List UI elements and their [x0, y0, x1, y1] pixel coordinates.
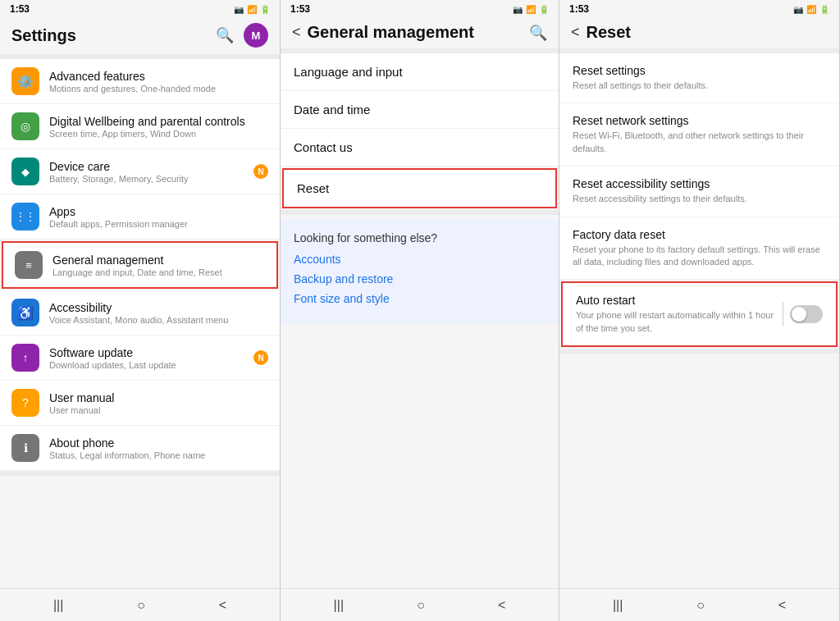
reset-back-button[interactable]: <: [571, 24, 580, 41]
nav-menu-icon-3[interactable]: |||: [613, 598, 623, 613]
nav-menu-icon-1[interactable]: |||: [53, 598, 63, 613]
settings-item-wellbeing[interactable]: ◎ Digital Wellbeing and parental control…: [0, 104, 280, 149]
reset-top-bar: < Reset: [559, 18, 839, 48]
status-bar-1: 1:53 📷 📶 🔋: [0, 0, 280, 18]
device-care-text: Device care Battery, Storage, Memory, Se…: [49, 160, 189, 184]
device-care-sub: Battery, Storage, Memory, Security: [49, 174, 189, 184]
wellbeing-text: Digital Wellbeing and parental controls …: [49, 115, 245, 139]
reset-item-network[interactable]: Reset network settings Reset Wi-Fi, Blue…: [559, 103, 839, 167]
status-icons-3: 📷 📶 🔋: [793, 5, 829, 14]
auto-restart-content: Auto restart Your phone will restart aut…: [576, 294, 776, 335]
reset-item-accessibility[interactable]: Reset accessibility settings Reset acces…: [559, 167, 839, 217]
general-mgmt-sub: Language and input, Date and time, Reset: [52, 267, 222, 277]
settings-title: Settings: [11, 26, 76, 45]
reset-title-row: < Reset: [571, 23, 631, 42]
camera-icon-3: 📷: [793, 5, 803, 14]
bottom-nav-3: ||| ○ <: [559, 588, 839, 621]
reset-item-settings[interactable]: Reset settings Reset all settings to the…: [559, 53, 839, 103]
reset-accessibility-title: Reset accessibility settings: [573, 177, 826, 190]
settings-item-general-mgmt[interactable]: ≡ General management Language and input,…: [2, 241, 278, 289]
nav-home-icon-1[interactable]: ○: [137, 598, 145, 613]
signal-icon-2: 📶: [526, 5, 536, 14]
settings-item-accessibility[interactable]: ♿ Accessibility Voice Assistant, Mono au…: [0, 290, 280, 336]
gm-item-contact-us[interactable]: Contact us: [281, 129, 559, 167]
gm-item-date-time[interactable]: Date and time: [281, 91, 559, 129]
auto-restart-toggle[interactable]: [790, 305, 823, 323]
device-care-badge: N: [253, 164, 268, 179]
settings-list: ⚙️ Advanced features Motions and gesture…: [0, 54, 280, 588]
wellbeing-icon: ◎: [11, 112, 39, 140]
accessibility-text: Accessibility Voice Assistant, Mono audi…: [49, 301, 228, 325]
gm-link-accounts[interactable]: Accounts: [294, 253, 546, 266]
status-icons-2: 📷 📶 🔋: [513, 5, 549, 14]
reset-settings-list: Reset settings Reset all settings to the…: [559, 48, 839, 588]
gm-looking-title: Looking for something else?: [294, 231, 546, 244]
divider-reset-bottom: [559, 349, 839, 354]
camera-icon: 📷: [234, 5, 244, 14]
panel-reset: 1:53 📷 📶 🔋 < Reset Reset settings Reset …: [559, 0, 840, 621]
about-phone-sub: Status, Legal information, Phone name: [49, 450, 205, 460]
general-mgmt-icon: ≡: [15, 251, 43, 279]
nav-back-icon-2[interactable]: <: [498, 598, 505, 613]
camera-icon-2: 📷: [513, 5, 523, 14]
nav-home-icon-2[interactable]: ○: [417, 598, 425, 613]
about-phone-icon: ℹ: [11, 434, 39, 462]
reset-network-sub: Reset Wi-Fi, Bluetooth, and other networ…: [573, 130, 826, 155]
avatar[interactable]: M: [244, 23, 268, 48]
gm-search-icon[interactable]: 🔍: [529, 24, 547, 42]
signal-icon: 📶: [247, 5, 257, 14]
software-update-title: Software update: [49, 346, 176, 359]
settings-top-bar: Settings 🔍 M: [0, 18, 280, 54]
settings-item-advanced[interactable]: ⚙️ Advanced features Motions and gesture…: [0, 59, 280, 104]
general-mgmt-title: General management: [52, 253, 222, 267]
settings-top-icons: 🔍 M: [216, 23, 268, 48]
reset-factory-sub: Reset your phone to its factory default …: [573, 244, 826, 269]
nav-menu-icon-2[interactable]: |||: [334, 598, 344, 613]
device-care-icon: ◆: [11, 158, 39, 185]
gm-looking-section: Looking for something else? Accounts Bac…: [281, 220, 559, 323]
reset-accessibility-sub: Reset accessibility settings to their de…: [573, 193, 826, 205]
user-manual-icon: ?: [11, 389, 39, 417]
auto-restart-title: Auto restart: [576, 294, 776, 307]
auto-restart-row: Auto restart Your phone will restart aut…: [576, 294, 823, 335]
settings-item-device-care[interactable]: ◆ Device care Battery, Storage, Memory, …: [0, 149, 280, 194]
nav-back-icon-3[interactable]: <: [778, 598, 786, 613]
settings-item-software-update[interactable]: ↑ Software update Download updates, Last…: [0, 336, 280, 381]
settings-item-apps[interactable]: ⋮⋮ Apps Default apps, Permission manager: [0, 194, 280, 240]
battery-icon-2: 🔋: [539, 5, 549, 14]
reset-item-auto-restart[interactable]: Auto restart Your phone will restart aut…: [561, 281, 838, 347]
panel-general-management: 1:53 📷 📶 🔋 < General management 🔍 Langua…: [281, 0, 559, 621]
user-manual-title: User manual: [49, 391, 114, 404]
apps-text: Apps Default apps, Permission manager: [49, 205, 188, 229]
bottom-nav-1: ||| ○ <: [0, 588, 280, 621]
wellbeing-sub: Screen time, App timers, Wind Down: [49, 129, 245, 139]
battery-icon-3: 🔋: [819, 5, 829, 14]
nav-back-icon-1[interactable]: <: [219, 598, 226, 613]
gm-item-reset[interactable]: Reset: [282, 168, 557, 208]
auto-restart-sub: Your phone will restart automatically wi…: [576, 309, 776, 335]
reset-network-title: Reset network settings: [573, 114, 826, 127]
nav-home-icon-3[interactable]: ○: [696, 598, 705, 613]
gm-link-backup[interactable]: Backup and restore: [294, 272, 546, 285]
time-1: 1:53: [10, 3, 30, 15]
gm-item-language[interactable]: Language and input: [281, 53, 559, 91]
gm-top-bar: < General management 🔍: [281, 18, 559, 48]
reset-factory-title: Factory data reset: [573, 228, 826, 241]
accessibility-icon: ♿: [11, 299, 39, 326]
gm-settings-list: Language and input Date and time Contact…: [281, 48, 559, 588]
gm-link-font[interactable]: Font size and style: [294, 292, 546, 305]
panel-settings: 1:53 📷 📶 🔋 Settings 🔍 M ⚙️ Advanced feat…: [0, 0, 281, 621]
accessibility-title: Accessibility: [49, 301, 228, 314]
gm-back-button[interactable]: <: [292, 24, 301, 41]
settings-item-about-phone[interactable]: ℹ About phone Status, Legal information,…: [0, 426, 280, 471]
toggle-area: [776, 302, 823, 326]
reset-settings-sub: Reset all settings to their defaults.: [573, 80, 826, 92]
toggle-separator: [783, 302, 783, 326]
reset-item-factory[interactable]: Factory data reset Reset your phone to i…: [559, 217, 839, 281]
search-icon[interactable]: 🔍: [216, 26, 234, 44]
software-update-sub: Download updates, Last update: [49, 360, 176, 370]
advanced-sub: Motions and gestures, One-handed mode: [49, 84, 216, 94]
settings-item-user-manual[interactable]: ? User manual User manual: [0, 381, 280, 426]
software-update-badge: N: [253, 350, 268, 365]
signal-icon-3: 📶: [806, 5, 816, 14]
